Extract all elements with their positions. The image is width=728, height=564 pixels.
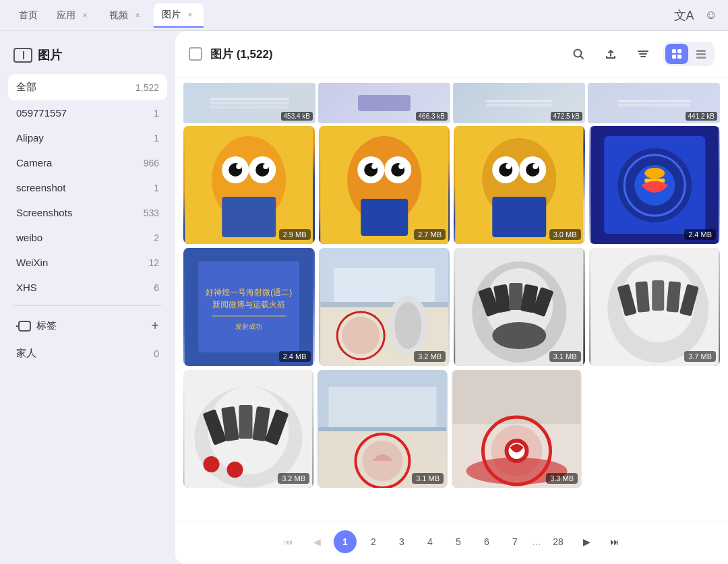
grid-view-button[interactable] <box>665 44 688 64</box>
thumbnail-0[interactable]: 453.4 kB <box>183 83 315 123</box>
svg-rect-7 <box>672 49 676 53</box>
sidebar-categories: 全部 1,522 059771557 1 Alipay 1 Camera 966… <box>0 74 175 300</box>
sidebar-item-alipay[interactable]: Alipay 1 <box>8 125 167 150</box>
pagination-page-3[interactable]: 3 <box>390 530 413 553</box>
svg-point-70 <box>492 322 546 349</box>
sidebar-header: 图片 <box>0 42 175 74</box>
tab-images-close[interactable]: × <box>185 9 195 20</box>
tab-home[interactable]: 首页 <box>11 3 46 28</box>
thumbnail-3-size: 441.2 kB <box>686 112 717 121</box>
svg-text:好神煌一号海射微(通二): 好神煌一号海射微(通二) <box>206 288 292 297</box>
grid-item-1-1[interactable]: 3.2 MB <box>319 248 450 366</box>
sidebar-item-xhs[interactable]: XHS 6 <box>8 275 167 300</box>
svg-rect-67 <box>509 283 522 310</box>
sidebar-item-family[interactable]: 家人 0 <box>8 340 167 367</box>
svg-rect-9 <box>672 55 676 59</box>
header-actions <box>566 42 715 66</box>
tab-video-label: 视频 <box>109 9 128 22</box>
tab-apps-close[interactable]: × <box>80 10 90 21</box>
grid-item-2-1-size: 3.1 MB <box>412 473 444 484</box>
thumbnail-1[interactable]: 466.3 kB <box>318 83 450 123</box>
svg-rect-12 <box>696 53 706 55</box>
grid-item-2-1[interactable]: 3.1 MB <box>317 370 448 488</box>
sidebar-item-059771557[interactable]: 059771557 1 <box>8 100 167 125</box>
pagination-page-28[interactable]: 28 <box>547 530 570 553</box>
grid-item-1-0-size: 2.4 MB <box>279 351 311 362</box>
grid-item-0-1[interactable]: 2.7 MB <box>319 126 450 244</box>
svg-text:新闻微博与运载火箭: 新闻微博与运载火箭 <box>212 300 285 309</box>
grid-item-1-1-size: 3.2 MB <box>414 351 446 362</box>
pagination-next[interactable]: ▶ <box>575 530 598 553</box>
pagination-last[interactable]: ⏭ <box>603 530 626 553</box>
svg-text:发射成功: 发射成功 <box>235 323 262 330</box>
sidebar-item-screenshots-count: 533 <box>144 208 159 218</box>
tab-apps[interactable]: 应用 × <box>49 3 98 28</box>
content-area: 图片 (1,522) <box>175 31 728 564</box>
sidebar-divider <box>13 305 162 306</box>
tab-images[interactable]: 图片 × <box>154 3 204 28</box>
pagination-page-7[interactable]: 7 <box>504 530 526 553</box>
sidebar-item-camera-count: 966 <box>144 158 159 168</box>
view-toggle <box>663 42 715 66</box>
list-view-button[interactable] <box>690 44 712 64</box>
sidebar-item-family-count: 0 <box>154 348 159 359</box>
grid-item-1-3[interactable]: 3.7 MB <box>589 248 721 366</box>
svg-rect-91 <box>319 427 447 431</box>
grid-item-0-3[interactable]: 2.4 MB <box>589 126 721 244</box>
sidebar-item-all[interactable]: 全部 1,522 <box>8 74 167 100</box>
sidebar-item-weixin[interactable]: WeiXin 12 <box>8 250 167 275</box>
pagination-page-5[interactable]: 5 <box>447 530 470 553</box>
sidebar-tags-section: 标签 + <box>0 311 175 340</box>
translate-icon[interactable]: 文A <box>674 7 694 24</box>
svg-rect-57 <box>334 268 435 302</box>
tab-bar-right: 文A ☺ <box>674 7 717 24</box>
thumbnail-2[interactable]: 472.5 kB <box>453 83 585 123</box>
sidebar-title: 图片 <box>38 47 62 63</box>
sidebar-item-weibo[interactable]: weibo 2 <box>8 225 167 250</box>
content-header: 图片 (1,522) <box>175 31 728 77</box>
image-grid: 2.9 MB 2.7 MB <box>175 123 728 522</box>
grid-item-0-1-size: 2.7 MB <box>414 229 446 240</box>
pagination-page-1[interactable]: 1 <box>334 530 357 553</box>
grid-item-1-2[interactable]: 3.1 MB <box>454 248 585 366</box>
tab-video-close[interactable]: × <box>132 10 143 21</box>
grid-item-2-2[interactable]: 3.3 MB <box>452 370 582 488</box>
grid-item-2-0[interactable]: 3.2 MB <box>183 370 313 488</box>
grid-row-3: 3.2 MB 3.1 MB <box>183 370 582 488</box>
sidebar-item-all-count: 1,522 <box>135 82 159 93</box>
sidebar-item-camera-label: Camera <box>16 157 144 168</box>
sidebar-photo-icon <box>13 48 32 63</box>
upload-button[interactable] <box>599 42 623 66</box>
thumbnail-1-size: 466.3 kB <box>416 112 448 121</box>
tab-images-label: 图片 <box>162 9 181 21</box>
svg-point-39 <box>533 164 538 169</box>
svg-rect-13 <box>696 57 706 59</box>
grid-item-0-2[interactable]: 3.0 MB <box>454 126 585 244</box>
grid-item-0-0[interactable]: 2.9 MB <box>183 126 315 244</box>
filter-icon <box>637 48 649 60</box>
sidebar-item-screenshot[interactable]: screenshot 1 <box>8 175 167 200</box>
search-button[interactable] <box>566 42 590 66</box>
pagination-page-4[interactable]: 4 <box>419 530 442 553</box>
add-tag-button[interactable]: + <box>151 318 159 334</box>
thumbnail-3[interactable]: 441.2 kB <box>588 83 720 123</box>
filter-button[interactable] <box>631 42 655 66</box>
pagination-prev[interactable]: ◀ <box>305 530 328 553</box>
sidebar-item-059771557-label: 059771557 <box>16 107 154 119</box>
pagination-page-2[interactable]: 2 <box>362 530 385 553</box>
tab-video[interactable]: 视频 × <box>101 3 151 28</box>
tab-bar: 首页 应用 × 视频 × 图片 × 文A ☺ <box>0 0 728 31</box>
grid-item-1-0[interactable]: 好神煌一号海射微(通二) 新闻微博与运载火箭 发射成功 2.4 MB <box>183 248 315 366</box>
sidebar-item-screenshots[interactable]: Screenshots 533 <box>8 200 167 225</box>
svg-point-38 <box>506 164 511 169</box>
grid-item-2-2-size: 3.3 MB <box>546 473 578 484</box>
sidebar-item-alipay-count: 1 <box>154 133 159 144</box>
svg-rect-10 <box>677 55 681 59</box>
pagination-page-6[interactable]: 6 <box>475 530 498 553</box>
pagination-first[interactable]: ⏮ <box>277 530 300 553</box>
face-icon[interactable]: ☺ <box>705 8 717 22</box>
select-all-checkbox[interactable] <box>189 47 202 61</box>
sidebar-item-all-label: 全部 <box>16 81 135 94</box>
sidebar-item-weibo-count: 2 <box>154 232 159 243</box>
sidebar-item-camera[interactable]: Camera 966 <box>8 150 167 175</box>
